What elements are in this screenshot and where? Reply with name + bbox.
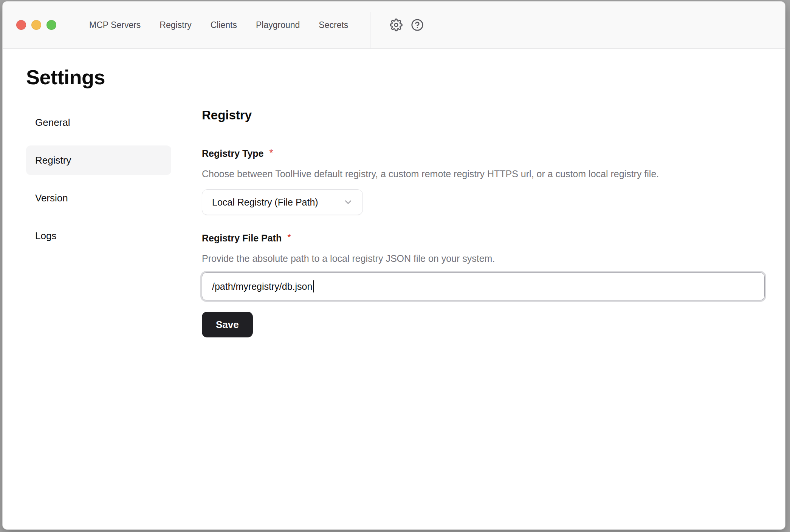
sidebar-item-version[interactable]: Version	[26, 183, 171, 213]
titlebar-divider	[370, 12, 370, 48]
registry-type-label: Registry Type	[202, 148, 263, 159]
required-asterisk: *	[287, 232, 291, 242]
traffic-lights	[16, 20, 56, 30]
settings-button[interactable]	[386, 14, 407, 36]
help-button[interactable]	[407, 14, 428, 36]
registry-type-description: Choose between ToolHive default registry…	[202, 168, 765, 179]
settings-page: Settings General Registry Version Logs R…	[3, 49, 785, 337]
sidebar-item-logs[interactable]: Logs	[26, 221, 171, 251]
registry-type-select[interactable]: Local Registry (File Path)	[202, 189, 363, 215]
top-navigation: MCP Servers Registry Clients Playground …	[89, 20, 348, 30]
close-button[interactable]	[16, 20, 26, 30]
help-icon	[411, 19, 424, 31]
page-title: Settings	[26, 65, 785, 89]
minimize-button[interactable]	[31, 20, 41, 30]
registry-type-selected-value: Local Registry (File Path)	[212, 197, 318, 208]
file-path-description: Provide the absolute path to a local reg…	[202, 253, 765, 264]
sidebar-item-registry[interactable]: Registry	[26, 145, 171, 175]
zoom-button[interactable]	[46, 20, 56, 30]
topnav-item-registry[interactable]: Registry	[160, 20, 191, 30]
required-asterisk: *	[269, 148, 273, 158]
gear-icon	[390, 19, 403, 31]
topnav-item-clients[interactable]: Clients	[211, 20, 237, 30]
file-path-value: /path/myregistry/db.json	[212, 281, 312, 292]
titlebar: MCP Servers Registry Clients Playground …	[3, 2, 785, 49]
file-path-label: Registry File Path	[202, 232, 282, 244]
registry-settings-panel: Registry Registry Type * Choose between …	[202, 108, 765, 337]
settings-sidebar: General Registry Version Logs	[26, 108, 171, 337]
registry-file-path-input[interactable]: /path/myregistry/db.json	[202, 272, 765, 300]
topnav-item-secrets[interactable]: Secrets	[319, 20, 348, 30]
sidebar-item-general[interactable]: General	[26, 108, 171, 137]
save-button[interactable]: Save	[202, 312, 253, 337]
text-cursor	[313, 280, 314, 292]
section-heading: Registry	[202, 108, 765, 123]
app-window: MCP Servers Registry Clients Playground …	[2, 1, 785, 530]
topnav-item-mcp-servers[interactable]: MCP Servers	[89, 20, 141, 30]
topnav-item-playground[interactable]: Playground	[256, 20, 300, 30]
chevron-down-icon	[343, 197, 353, 207]
